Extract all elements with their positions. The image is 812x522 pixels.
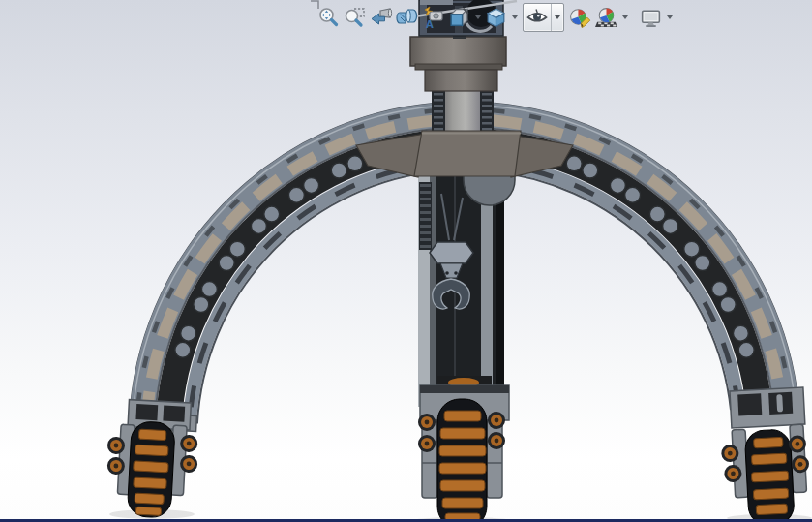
view-orientation-icon bbox=[447, 5, 471, 30]
view-settings-button[interactable] bbox=[639, 5, 663, 31]
previous-view-icon bbox=[370, 6, 393, 29]
center-wheel-assembly[interactable] bbox=[418, 376, 509, 522]
display-style-dropdown[interactable] bbox=[510, 5, 519, 31]
svg-text:A: A bbox=[426, 19, 434, 30]
display-style-icon bbox=[484, 5, 508, 30]
zoom-to-area-icon bbox=[344, 6, 367, 29]
hide-show-items-group bbox=[523, 3, 564, 32]
hook-block[interactable] bbox=[430, 242, 473, 263]
right-wheel-assembly[interactable] bbox=[718, 387, 812, 522]
hide-show-items-eye-icon bbox=[526, 6, 549, 29]
display-style-button[interactable] bbox=[484, 5, 508, 31]
bracket-plate[interactable] bbox=[414, 131, 521, 176]
section-view-button[interactable] bbox=[395, 5, 419, 31]
edit-appearance-button[interactable] bbox=[568, 5, 592, 31]
winch-drum[interactable] bbox=[410, 37, 506, 91]
zoom-to-fit-button[interactable] bbox=[316, 5, 341, 31]
zoom-to-fit-icon bbox=[317, 6, 341, 29]
heads-up-view-toolbar: A bbox=[316, 3, 674, 32]
edit-appearance-icon bbox=[568, 6, 592, 30]
apply-scene-icon bbox=[594, 6, 618, 30]
apply-scene-button[interactable] bbox=[594, 5, 618, 31]
view-orientation-dropdown[interactable] bbox=[473, 5, 482, 31]
graphics-area[interactable]: A bbox=[0, 0, 812, 522]
drum-lower-cylinder[interactable] bbox=[425, 70, 497, 91]
section-view-icon bbox=[396, 6, 419, 29]
zoom-to-area-button[interactable] bbox=[343, 5, 367, 31]
annotation-views-icon: A bbox=[422, 6, 445, 29]
hide-show-items-dropdown[interactable] bbox=[551, 4, 563, 31]
view-orientation-button[interactable] bbox=[447, 5, 471, 31]
hide-show-items-button[interactable] bbox=[524, 4, 551, 31]
left-wheel-assembly[interactable] bbox=[104, 399, 200, 520]
annotation-views-button[interactable]: A bbox=[421, 5, 445, 31]
apply-scene-dropdown[interactable] bbox=[620, 5, 629, 31]
view-settings-dropdown[interactable] bbox=[665, 5, 674, 31]
drum-flange[interactable] bbox=[410, 37, 506, 66]
assembly-model[interactable] bbox=[0, 0, 812, 522]
view-settings-icon bbox=[639, 6, 663, 30]
previous-view-button[interactable] bbox=[369, 5, 393, 31]
